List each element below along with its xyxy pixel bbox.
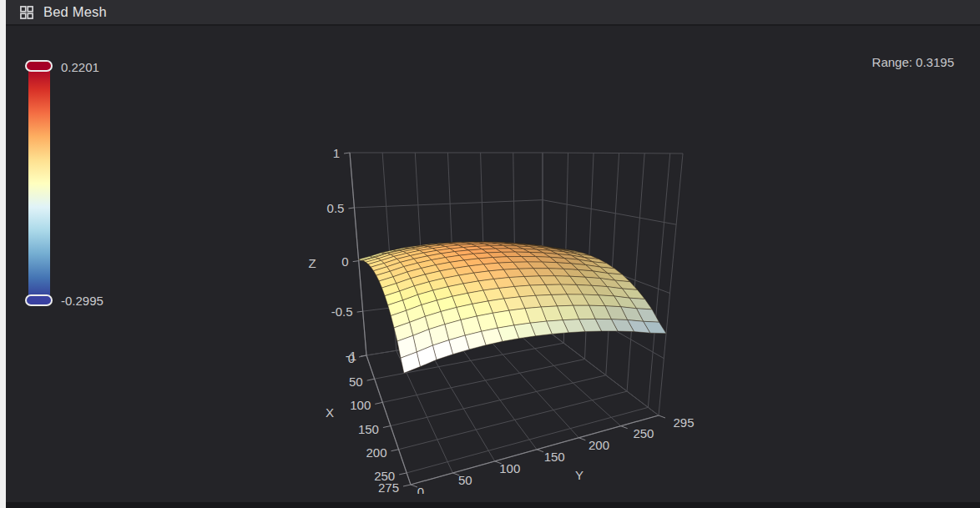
z-axis-title: Z [308,256,316,270]
bed-mesh-panel: Bed Mesh 10.50-0.5-105010015020025027505… [6,0,980,508]
colorbar-gradient[interactable] [28,66,50,301]
panel-body: 10.50-0.5-105010015020025027505010015020… [6,28,980,501]
surface-mesh [359,242,667,373]
panel-title: Bed Mesh [43,4,107,20]
y-tick-label: 250 [633,426,654,440]
z-tick-label: 0.5 [327,201,345,215]
z-tick-label: 1 [333,146,340,160]
panel-header[interactable]: Bed Mesh [6,0,980,26]
page-background: Bed Mesh 10.50-0.5-105010015020025027505… [0,0,980,508]
x-tick-label: 0 [348,351,355,365]
colorbar-min-handle[interactable] [25,294,53,306]
next-panel-edge [6,502,980,508]
y-tick-label: 295 [673,415,694,430]
x-tick-label: 200 [366,445,387,460]
colorbar-max-label: 0.2201 [61,60,99,74]
y-tick-label: 100 [499,461,520,475]
chart-area: 10.50-0.5-105010015020025027505010015020… [308,146,694,499]
y-tick-label: 200 [589,438,609,452]
z-tick-label: -0.5 [331,304,353,319]
y-axis-title: Y [575,468,583,482]
x-tick-label: 50 [349,375,363,389]
view-grid-icon [18,4,35,21]
y-tick-label: 150 [544,450,565,464]
z-tick-label: 0 [341,254,348,269]
colorbar-max-handle[interactable] [25,60,53,72]
x-tick-label: 275 [378,480,399,495]
colorbar-min-label: -0.2995 [61,294,104,308]
x-tick-label: 100 [350,398,371,412]
range-label: Range: 0.3195 [872,55,954,69]
y-tick-label: 0 [417,485,424,499]
bed-mesh-3d-plot[interactable]: 10.50-0.5-105010015020025027505010015020… [6,28,980,501]
y-tick-label: 50 [458,473,472,487]
x-tick-label: 150 [358,422,379,436]
x-axis-title: X [326,405,334,420]
